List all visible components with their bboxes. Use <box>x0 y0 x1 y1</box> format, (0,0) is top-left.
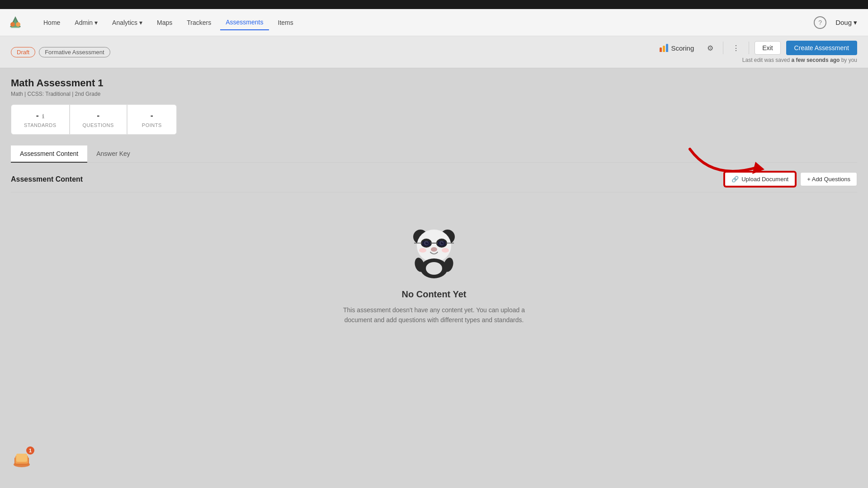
app-logo[interactable] <box>7 14 24 31</box>
user-chevron-icon: ▾ <box>854 19 857 27</box>
questions-label: QUESTIONS <box>83 122 114 128</box>
stat-points: - POINTS <box>127 104 177 135</box>
divider <box>723 42 723 54</box>
scoring-button[interactable]: Scoring <box>656 42 698 54</box>
badge-group: Draft Formative Assessment <box>11 47 110 57</box>
settings-button[interactable]: ⚙ <box>703 41 717 55</box>
create-assessment-button[interactable]: Create Assessment <box>786 41 857 55</box>
nav-home[interactable]: Home <box>38 15 66 30</box>
nav-admin[interactable]: Admin ▾ <box>69 15 103 30</box>
sub-header-right: Scoring ⚙ ⋮ Exit Create Assessment Last … <box>656 41 857 63</box>
save-time: a few seconds ago <box>792 57 840 63</box>
save-status: Last edit was saved a few seconds ago by… <box>742 57 857 63</box>
add-questions-button[interactable]: + Add Questions <box>800 172 857 186</box>
svg-point-17 <box>419 248 426 253</box>
assessment-title: Math Assessment 1 <box>11 77 857 89</box>
empty-description: This assessment doesn't have any content… <box>339 305 529 325</box>
nav-links: Home Admin ▾ Analytics ▾ Maps Trackers A… <box>38 15 803 30</box>
more-options-button[interactable]: ⋮ <box>729 41 743 55</box>
nav-right: ? Doug ▾ <box>814 16 861 29</box>
paperclip-icon: 🔗 <box>731 176 739 183</box>
analytics-chevron-icon: ▾ <box>139 19 142 26</box>
svg-rect-23 <box>422 241 430 246</box>
stat-standards: - ℹ STANDARDS <box>11 104 70 135</box>
main-content: Math Assessment 1 Math | CCSS: Tradition… <box>0 68 868 488</box>
stat-questions: - QUESTIONS <box>70 104 127 135</box>
svg-point-20 <box>426 262 442 275</box>
admin-chevron-icon: ▾ <box>94 19 98 26</box>
empty-state: No Content Yet This assessment doesn't h… <box>11 192 857 352</box>
svg-point-2 <box>10 22 15 27</box>
user-name-label: Doug <box>835 19 852 26</box>
standards-label: STANDARDS <box>24 122 57 128</box>
navbar: Home Admin ▾ Analytics ▾ Maps Trackers A… <box>0 9 868 36</box>
tabs-bar: Assessment Content Answer Key <box>11 145 857 163</box>
nav-trackers[interactable]: Trackers <box>181 15 217 30</box>
top-bar <box>0 0 868 9</box>
nav-maps[interactable]: Maps <box>151 15 178 30</box>
content-section: Assessment Content 🔗 Upload Document + A… <box>11 172 857 352</box>
svg-point-3 <box>16 22 20 27</box>
tab-assessment-content[interactable]: Assessment Content <box>11 145 87 163</box>
section-title: Assessment Content <box>11 175 83 183</box>
questions-value: - <box>83 111 114 121</box>
nav-assessments[interactable]: Assessments <box>220 15 269 30</box>
points-label: POINTS <box>140 122 164 128</box>
assessment-meta: Math | CCSS: Traditional | 2nd Grade <box>11 91 857 97</box>
help-button[interactable]: ? <box>814 16 826 29</box>
draft-badge: Draft <box>11 47 35 57</box>
divider2 <box>749 42 749 54</box>
upload-document-button[interactable]: 🔗 Upload Document <box>724 172 796 187</box>
scoring-bar-icon <box>660 44 668 52</box>
user-menu-button[interactable]: Doug ▾ <box>832 17 861 28</box>
svg-rect-31 <box>16 454 27 462</box>
points-value: - <box>140 111 164 121</box>
svg-point-18 <box>442 248 449 253</box>
panda-illustration <box>407 220 461 280</box>
svg-point-16 <box>431 247 437 252</box>
section-actions: 🔗 Upload Document + Add Questions <box>724 172 857 187</box>
stats-row: - ℹ STANDARDS - QUESTIONS - POINTS <box>11 104 857 135</box>
upload-doc-label: Upload Document <box>741 176 788 183</box>
section-header: Assessment Content 🔗 Upload Document + A… <box>11 172 857 192</box>
svg-rect-24 <box>438 241 446 246</box>
scoring-label: Scoring <box>671 44 694 52</box>
empty-title: No Content Yet <box>402 289 467 300</box>
floating-notification[interactable]: 1 <box>11 448 33 470</box>
formative-badge: Formative Assessment <box>39 47 110 57</box>
notification-count: 1 <box>26 446 34 455</box>
sub-header: Draft Formative Assessment Scoring ⚙ ⋮ E… <box>0 36 868 68</box>
tab-answer-key[interactable]: Answer Key <box>87 145 139 163</box>
sub-header-actions: Scoring ⚙ ⋮ Exit Create Assessment <box>656 41 857 55</box>
standards-value: - ℹ <box>24 111 57 121</box>
info-icon[interactable]: ℹ <box>42 113 44 120</box>
nav-items[interactable]: Items <box>273 15 299 30</box>
nav-analytics[interactable]: Analytics ▾ <box>107 15 148 30</box>
exit-button[interactable]: Exit <box>755 41 780 55</box>
save-status-text: Last edit was saved <box>742 57 790 63</box>
